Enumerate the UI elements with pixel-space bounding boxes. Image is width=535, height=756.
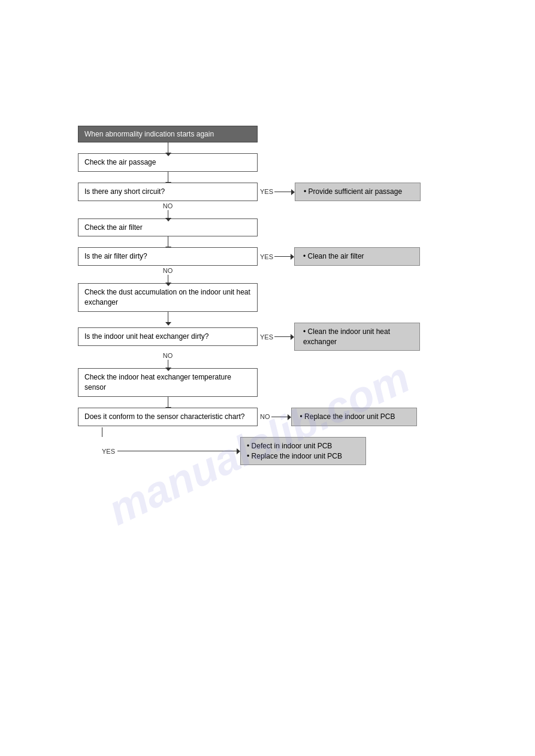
action2-box: • Clean the air filter [294, 247, 420, 266]
yes4-connector: YES • Defect in indoor unit PCB • Replac… [78, 427, 417, 466]
flowchart: When abnormality indication starts again… [78, 126, 473, 465]
start-box: When abnormality indication starts again [78, 126, 258, 142]
decision1-box: Is there any short circuit? [78, 183, 258, 201]
decision3-row: Is the indoor unit heat exchanger dirty?… [78, 323, 420, 351]
action3-box: • Clean the indoor unit heat exchanger [294, 323, 420, 351]
action1-box: • Provide sufficient air passage [295, 183, 421, 201]
step4-box: Check the indoor heat exchanger temperat… [78, 368, 258, 397]
no4-connector: NO • Replace the indoor unit PCB [260, 408, 417, 426]
yes1-connector: YES • Provide sufficient air passage [260, 183, 421, 201]
yes3-connector: YES • Clean the indoor unit heat exchang… [260, 323, 420, 351]
decision3-box: Is the indoor unit heat exchanger dirty? [78, 327, 258, 346]
decision4-area: Does it conform to the sensor characteri… [78, 408, 417, 465]
yes1-label: YES [260, 188, 273, 195]
no1-label: NO [163, 202, 173, 210]
decision4-box: Does it conform to the sensor characteri… [78, 408, 258, 426]
yes2-label: YES [260, 253, 273, 260]
action5-box: • Defect in indoor unit PCB • Replace th… [240, 437, 366, 466]
no2-label: NO [163, 267, 173, 274]
yes4-label: YES [102, 448, 115, 455]
decision2-row: Is the air filter dirty? YES • Clean the… [78, 247, 420, 266]
yes3-label: YES [260, 333, 273, 341]
decision1-row: Is there any short circuit? YES • Provid… [78, 183, 421, 201]
no4-label: NO [260, 413, 270, 420]
yes2-connector: YES • Clean the air filter [260, 247, 420, 266]
action4-box: • Replace the indoor unit PCB [291, 408, 417, 426]
step3-box: Check the dust accumulation on the indoo… [78, 283, 258, 312]
no3-label: NO [163, 352, 173, 359]
decision2-box: Is the air filter dirty? [78, 247, 258, 266]
decision4-row: Does it conform to the sensor characteri… [78, 408, 417, 426]
